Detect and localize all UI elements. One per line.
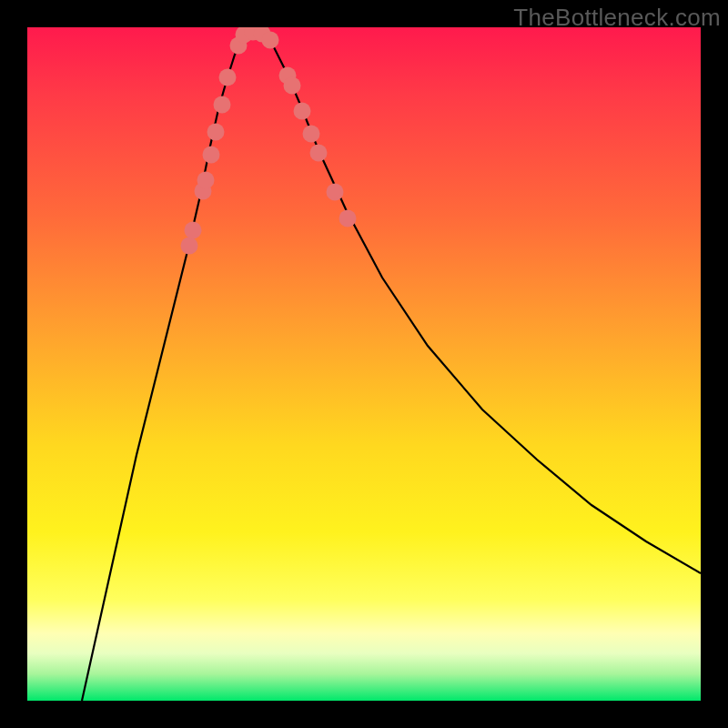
highlight-dot (262, 32, 279, 49)
curves-svg (27, 27, 701, 701)
highlight-dot (327, 184, 344, 201)
highlight-dot (310, 145, 328, 162)
highlight-dot (207, 124, 225, 141)
highlight-dot (219, 69, 237, 86)
highlight-dot (294, 103, 311, 120)
highlight-dot (181, 238, 198, 255)
highlight-dot (214, 96, 231, 114)
highlight-dot (339, 210, 357, 228)
curve-layer (82, 32, 701, 701)
highlight-dot (284, 77, 301, 95)
plot-area (27, 27, 701, 701)
highlight-dot (303, 126, 320, 143)
highlight-dots (181, 27, 357, 255)
highlight-dot (197, 172, 215, 189)
highlight-dot (203, 147, 220, 164)
highlight-dot (185, 222, 202, 239)
chart-frame: TheBottleneck.com (0, 0, 728, 728)
right-curve (264, 32, 701, 573)
